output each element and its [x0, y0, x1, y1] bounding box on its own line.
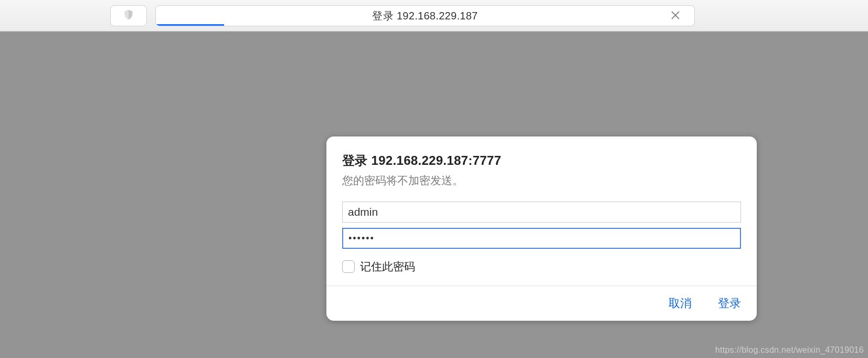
remember-row: 记住此密码 [342, 259, 741, 274]
auth-dialog: 登录 192.168.229.187:7777 您的密码将不加密发送。 记住此密… [326, 136, 757, 321]
remember-checkbox[interactable] [342, 260, 355, 273]
username-input[interactable] [342, 202, 741, 223]
privacy-shield-button[interactable] [110, 5, 147, 26]
stop-close-button[interactable] [665, 5, 685, 26]
dialog-subtitle: 您的密码将不加密发送。 [342, 173, 741, 188]
dialog-footer: 取消 登录 [326, 286, 757, 321]
close-icon [671, 9, 680, 23]
shield-icon [123, 8, 134, 23]
dialog-body: 登录 192.168.229.187:7777 您的密码将不加密发送。 记住此密… [326, 136, 757, 286]
content-area: 登录 192.168.229.187:7777 您的密码将不加密发送。 记住此密… [0, 31, 868, 358]
remember-label: 记住此密码 [360, 259, 415, 274]
login-button[interactable]: 登录 [718, 296, 741, 311]
address-text: 登录 192.168.229.187 [372, 9, 478, 23]
cancel-button[interactable]: 取消 [669, 296, 692, 311]
password-input[interactable] [342, 228, 741, 249]
address-bar[interactable]: 登录 192.168.229.187 [155, 5, 695, 26]
loading-progress-bar [156, 24, 224, 26]
watermark-text: https://blog.csdn.net/weixin_47019016 [715, 345, 864, 355]
browser-toolbar: 登录 192.168.229.187 [0, 0, 868, 31]
dialog-title: 登录 192.168.229.187:7777 [342, 152, 741, 169]
